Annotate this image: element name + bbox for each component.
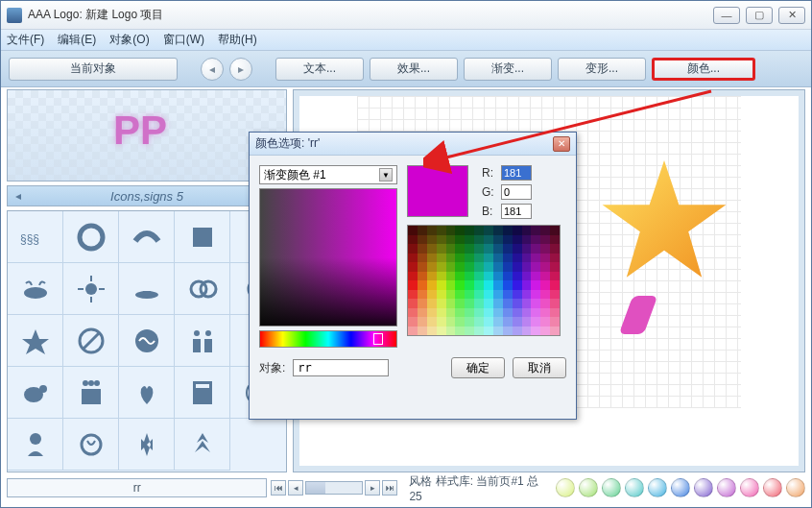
lib-prev-icon[interactable]: ◂: [8, 189, 29, 203]
menu-window[interactable]: 窗口(W): [163, 32, 204, 48]
preview-text: PP: [113, 108, 167, 154]
scroll-last-button[interactable]: ⏭: [382, 480, 397, 496]
icon-item[interactable]: [175, 263, 230, 315]
svg-point-13: [201, 281, 216, 297]
object-name-input[interactable]: [293, 359, 389, 376]
icon-item[interactable]: [119, 419, 175, 471]
next-button[interactable]: ▸: [229, 58, 252, 81]
text-button[interactable]: 文本...: [275, 58, 364, 81]
menu-edit[interactable]: 编辑(E): [58, 32, 96, 48]
palette-dot[interactable]: [763, 478, 782, 497]
palette-dot[interactable]: [671, 478, 690, 497]
b-label: B:: [482, 205, 497, 218]
palette-dot[interactable]: [648, 478, 667, 497]
icon-item[interactable]: [63, 315, 119, 367]
icon-item[interactable]: [175, 367, 230, 419]
dialog-title: 颜色选项: 'rr': [255, 135, 553, 152]
chevron-down-icon: ▼: [379, 168, 393, 181]
icon-item[interactable]: [63, 367, 119, 419]
b-input[interactable]: [501, 204, 532, 219]
transform-button[interactable]: 变形...: [558, 58, 646, 81]
gradient-stop-combo[interactable]: 渐变颜色 #1 ▼: [259, 165, 397, 184]
icon-item[interactable]: [119, 315, 175, 367]
color-palette-row: [556, 478, 805, 497]
icon-item[interactable]: [119, 263, 175, 315]
icon-item[interactable]: [175, 315, 230, 367]
icon-item[interactable]: [8, 419, 63, 471]
cancel-button[interactable]: 取消: [513, 357, 566, 378]
palette-dot[interactable]: [579, 478, 598, 497]
svg-point-4: [24, 287, 47, 299]
scroll-first-button[interactable]: ⏮: [271, 480, 286, 496]
prev-button[interactable]: ◂: [201, 58, 224, 81]
ok-button[interactable]: 确定: [451, 357, 505, 378]
star-object[interactable]: [597, 154, 731, 288]
gradient-button[interactable]: 渐变...: [464, 58, 552, 81]
object-label: 对象:: [259, 360, 285, 376]
hue-slider[interactable]: [259, 330, 397, 348]
icon-item[interactable]: [8, 367, 63, 419]
svg-point-33: [30, 433, 41, 445]
color-swatches[interactable]: [407, 225, 561, 336]
dialog-close-button[interactable]: ✕: [553, 136, 570, 152]
svg-rect-21: [193, 339, 201, 352]
svg-point-26: [88, 380, 94, 386]
maximize-button[interactable]: ▢: [746, 7, 773, 24]
svg-line-17: [84, 333, 99, 349]
menu-object[interactable]: 对象(O): [109, 32, 149, 48]
left-panel: PP ◂ Icons,signs 5 ▸ §§§: [7, 89, 287, 472]
palette-dot[interactable]: [625, 478, 644, 497]
palette-dot[interactable]: [740, 478, 759, 497]
dialog-titlebar[interactable]: 颜色选项: 'rr' ✕: [250, 133, 576, 156]
icon-item[interactable]: [8, 263, 63, 315]
svg-point-5: [85, 283, 97, 295]
color-field[interactable]: [259, 188, 397, 327]
g-label: G:: [482, 185, 497, 199]
color-button[interactable]: 颜色...: [652, 58, 755, 81]
svg-rect-30: [196, 384, 209, 388]
scroll-next-button[interactable]: ▸: [365, 480, 380, 496]
icon-library-grid[interactable]: §§§: [7, 210, 287, 472]
palette-dot[interactable]: [694, 478, 713, 497]
svg-point-27: [94, 380, 100, 386]
svg-point-24: [39, 385, 47, 393]
palette-dot[interactable]: [717, 478, 736, 497]
menu-file[interactable]: 文件(F): [7, 32, 44, 48]
minimize-button[interactable]: ―: [713, 7, 740, 24]
object-preview: PP: [7, 89, 287, 181]
svg-rect-2: [193, 228, 212, 247]
close-button[interactable]: ✕: [778, 7, 805, 24]
scroll-track[interactable]: [305, 481, 363, 495]
current-object-button[interactable]: 当前对象: [9, 58, 178, 81]
svg-point-1: [80, 226, 103, 249]
palette-dot[interactable]: [602, 478, 621, 497]
statusbar: rr ⏮ ◂ ▸ ⏭ 风格 样式库: 当前页#1 总 25: [7, 474, 805, 501]
svg-text:§§§: §§§: [20, 232, 39, 246]
color-preview-swatch: [407, 165, 468, 217]
status-object-name: rr: [7, 478, 267, 497]
svg-point-20: [205, 330, 211, 336]
icon-item[interactable]: [63, 419, 119, 471]
icon-item[interactable]: [119, 367, 175, 419]
palette-dot[interactable]: [786, 478, 805, 497]
style-scroll: ⏮ ◂ ▸ ⏭: [271, 480, 397, 496]
svg-rect-22: [204, 339, 212, 352]
svg-point-25: [83, 380, 88, 386]
icon-item[interactable]: [175, 211, 230, 263]
effect-button[interactable]: 效果...: [370, 58, 458, 81]
scroll-prev-button[interactable]: ◂: [288, 480, 303, 496]
icon-item[interactable]: [63, 211, 119, 263]
menubar: 文件(F) 编辑(E) 对象(O) 窗口(W) 帮助(H): [1, 30, 811, 51]
menu-help[interactable]: 帮助(H): [218, 32, 257, 48]
svg-point-19: [194, 330, 200, 336]
toolbar: 当前对象 ◂ ▸ 文本... 效果... 渐变... 变形... 颜色...: [1, 51, 811, 87]
icon-item[interactable]: [63, 263, 119, 315]
palette-dot[interactable]: [556, 478, 575, 497]
g-input[interactable]: [501, 184, 532, 200]
icon-item[interactable]: [8, 315, 63, 367]
r-input[interactable]: [501, 165, 532, 181]
icon-item[interactable]: [175, 419, 230, 471]
icon-item[interactable]: [119, 211, 175, 263]
icon-item[interactable]: §§§: [8, 211, 63, 263]
svg-rect-28: [82, 389, 101, 404]
